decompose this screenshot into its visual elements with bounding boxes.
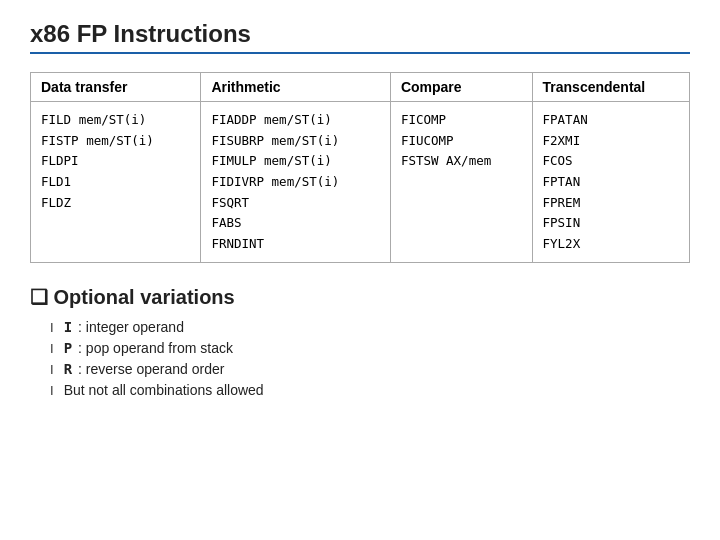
- optional-icon: ❑: [30, 286, 48, 308]
- table-row: FILD mem/ST(i)FISTP mem/ST(i)FLDPIFLD1FL…: [31, 102, 690, 263]
- bullet-icon: I: [50, 341, 54, 356]
- bullet-icon: I: [50, 320, 54, 335]
- col-header-data-transfer: Data transfer: [31, 73, 201, 102]
- cell-transcendental: FPATANF2XMIFCOSFPTANFPREMFPSINFYL2X: [532, 102, 689, 263]
- col-header-arithmetic: Arithmetic: [201, 73, 391, 102]
- cell-data-transfer: FILD mem/ST(i)FISTP mem/ST(i)FLDPIFLD1FL…: [31, 102, 201, 263]
- bullet-icon: I: [50, 362, 54, 377]
- instructions-table: Data transfer Arithmetic Compare Transce…: [30, 72, 690, 263]
- optional-title: ❑ Optional variations: [30, 285, 690, 309]
- optional-section: ❑ Optional variations II: integer operan…: [30, 285, 690, 398]
- optional-list-item: IR: reverse operand order: [50, 361, 690, 377]
- optional-list: II: integer operandIP: pop operand from …: [30, 319, 690, 398]
- col-header-transcendental: Transcendental: [532, 73, 689, 102]
- page-title: x86 FP Instructions: [30, 20, 690, 54]
- cell-compare: FICOMPFIUCOMPFSTSW AX/mem: [390, 102, 532, 263]
- optional-list-item: IP: pop operand from stack: [50, 340, 690, 356]
- cell-arithmetic: FIADDP mem/ST(i)FISUBRP mem/ST(i)FIMULP …: [201, 102, 391, 263]
- col-header-compare: Compare: [390, 73, 532, 102]
- bullet-icon: I: [50, 383, 54, 398]
- optional-list-item: II: integer operand: [50, 319, 690, 335]
- optional-list-item: IBut not all combinations allowed: [50, 382, 690, 398]
